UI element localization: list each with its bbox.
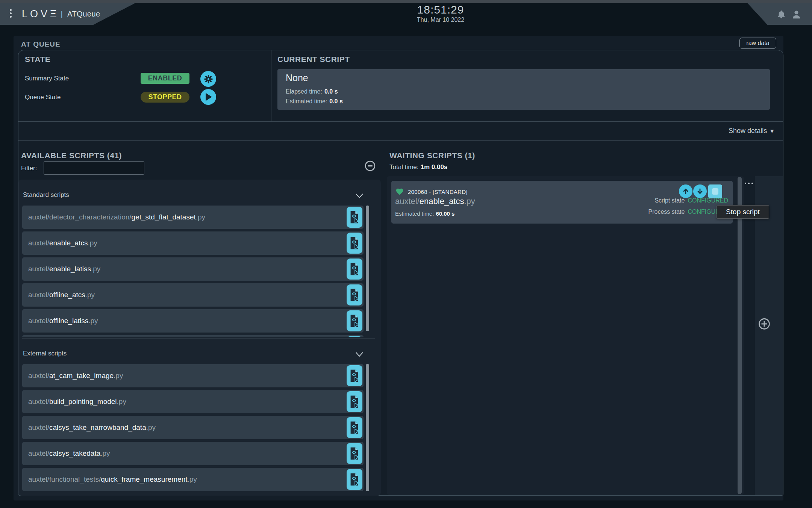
script-state-row: Script stateCONFIGURED bbox=[654, 197, 728, 204]
launch-script-button[interactable] bbox=[347, 443, 362, 464]
launch-script-button[interactable] bbox=[347, 336, 362, 337]
available-scripts-title: AVAILABLE SCRIPTS (41) bbox=[21, 151, 122, 160]
chevron-down-icon bbox=[355, 193, 364, 198]
stop-script-tooltip: Stop script bbox=[717, 205, 769, 219]
available-script-row[interactable]: auxtel/functional_tests/quick_frame_meas… bbox=[22, 468, 364, 491]
move-script-up-button[interactable] bbox=[679, 184, 692, 198]
panel-content: STATE Summary State ENABLED bbox=[18, 50, 783, 496]
script-path-label: auxtel/calsys_takedata.py bbox=[28, 449, 110, 458]
waiting-scripts-scrollbar[interactable] bbox=[738, 177, 742, 494]
waiting-script-path: auxtel/enable_atcs.py bbox=[395, 197, 475, 206]
launch-script-button[interactable] bbox=[347, 417, 362, 438]
play-icon bbox=[205, 93, 212, 101]
show-details-toggle[interactable]: Show details▼ bbox=[729, 127, 775, 135]
launch-script-icon bbox=[349, 395, 360, 409]
atqueue-panel: AT QUEUE raw data STATE Summary State EN… bbox=[14, 36, 783, 500]
waiting-total-time-value: 1m 0.00s bbox=[420, 163, 447, 171]
waiting-total-time: Total time:1m 0.00s bbox=[389, 163, 447, 171]
available-script-row[interactable]: auxtel/offline_atcs.py bbox=[22, 283, 364, 307]
move-script-down-button[interactable] bbox=[693, 184, 707, 198]
current-script-name: None bbox=[286, 73, 308, 83]
launch-script-button[interactable] bbox=[347, 469, 362, 490]
launch-script-icon bbox=[349, 420, 360, 435]
launch-script-icon bbox=[349, 210, 360, 224]
waiting-estimated-time: Estimated time:60.00 s bbox=[395, 210, 454, 217]
divider bbox=[18, 140, 783, 141]
logo-separator: | bbox=[61, 9, 63, 18]
add-script-button[interactable] bbox=[758, 318, 771, 330]
available-script-row-partial[interactable] bbox=[22, 335, 364, 337]
standard-scripts-scrollbar[interactable] bbox=[366, 206, 369, 331]
external-scripts-list: auxtel/at_cam_take_image.py auxtel/build… bbox=[22, 363, 364, 492]
available-script-row[interactable]: auxtel/enable_latiss.py bbox=[22, 257, 364, 281]
bell-icon bbox=[777, 9, 786, 20]
launch-script-button[interactable] bbox=[347, 207, 362, 228]
launch-script-button[interactable] bbox=[347, 259, 362, 280]
summary-state-badge: ENABLED bbox=[141, 73, 189, 84]
user-menu-button[interactable] bbox=[791, 9, 802, 21]
current-script-section-title: CURRENT SCRIPT bbox=[277, 55, 350, 64]
queue-run-button[interactable] bbox=[200, 89, 216, 105]
add-script-icon bbox=[758, 318, 771, 330]
kebab-menu-icon[interactable] bbox=[10, 9, 12, 18]
gear-icon bbox=[203, 74, 214, 84]
standard-scripts-list: auxtel/detector_characterization/get_std… bbox=[22, 204, 364, 337]
divider bbox=[18, 121, 783, 122]
user-icon bbox=[791, 9, 802, 20]
move-up-icon bbox=[682, 187, 689, 195]
available-script-row[interactable]: auxtel/at_cam_take_image.py bbox=[22, 364, 364, 387]
launch-script-button[interactable] bbox=[347, 310, 362, 331]
script-path-label: auxtel/build_pointing_model.py bbox=[28, 398, 126, 406]
script-index-badge: 200068 - [STANDARD] bbox=[408, 189, 468, 195]
more-options-icon[interactable] bbox=[745, 183, 753, 184]
script-state-value: CONFIGURED bbox=[688, 197, 728, 204]
raw-data-button[interactable]: raw data bbox=[739, 38, 776, 49]
available-script-row[interactable]: auxtel/detector_characterization/get_std… bbox=[22, 206, 364, 229]
filter-input[interactable] bbox=[44, 161, 144, 175]
notifications-button[interactable] bbox=[777, 9, 786, 21]
waiting-estimated-time-value: 60.00 s bbox=[436, 210, 454, 217]
launch-script-icon bbox=[349, 369, 360, 383]
external-scripts-scrollbar[interactable] bbox=[366, 364, 369, 491]
summary-state-label: Summary State bbox=[25, 75, 69, 82]
external-scripts-collapse-button[interactable] bbox=[355, 352, 364, 357]
available-script-row[interactable]: auxtel/offline_latiss.py bbox=[22, 309, 364, 333]
available-script-row[interactable]: auxtel/calsys_takedata.py bbox=[22, 442, 364, 465]
launch-script-button[interactable] bbox=[347, 284, 362, 305]
move-down-icon bbox=[696, 187, 704, 195]
launch-script-icon bbox=[349, 288, 360, 302]
waiting-scripts-container: 200068 - [STANDARD] auxtel/enable_atcs.p… bbox=[387, 176, 744, 495]
current-script-card: None Elapsed time:0.0 s Estimated time:0… bbox=[277, 69, 770, 110]
queue-state-badge: STOPPED bbox=[141, 92, 189, 103]
collapse-all-button[interactable] bbox=[364, 160, 376, 172]
summary-state-config-button[interactable] bbox=[200, 71, 216, 87]
script-path-label: auxtel/enable_latiss.py bbox=[28, 265, 100, 273]
standard-scripts-collapse-button[interactable] bbox=[355, 193, 364, 198]
clock: 18:51:29 Thu, Mar 10 2022 bbox=[417, 3, 464, 23]
chevron-down-icon: ▼ bbox=[769, 128, 775, 134]
launch-script-button[interactable] bbox=[347, 391, 362, 412]
stop-script-button[interactable] bbox=[708, 184, 722, 198]
launch-script-button[interactable] bbox=[347, 233, 362, 254]
available-script-row[interactable]: auxtel/calsys_take_narrowband_data.py bbox=[22, 416, 364, 439]
script-path-label: auxtel/enable_atcs.py bbox=[28, 239, 97, 247]
launch-script-icon bbox=[349, 472, 360, 487]
scripts-group-divider bbox=[22, 339, 375, 339]
script-path-label: auxtel/functional_tests/quick_frame_meas… bbox=[28, 475, 197, 484]
script-path-label: auxtel/calsys_take_narrowband_data.py bbox=[28, 423, 156, 432]
waiting-script-card[interactable]: 200068 - [STANDARD] auxtel/enable_atcs.p… bbox=[391, 181, 733, 224]
atqueue-screen: LOVΞ | ATQueue 18:51:29 Thu, Mar 10 2022… bbox=[0, 0, 812, 508]
available-scripts-container: Standard scripts auxtel/detector_charact… bbox=[18, 180, 381, 496]
available-script-row[interactable]: auxtel/enable_atcs.py bbox=[22, 231, 364, 255]
launch-script-button[interactable] bbox=[347, 365, 362, 386]
heartbeat-icon bbox=[395, 187, 404, 197]
available-script-row[interactable]: auxtel/build_pointing_model.py bbox=[22, 390, 364, 413]
state-current-divider bbox=[271, 50, 271, 121]
filter-label: Filter: bbox=[21, 165, 37, 172]
clock-time: 18:51:29 bbox=[417, 3, 464, 16]
elapsed-time-value: 0.0 s bbox=[324, 88, 338, 95]
launch-script-icon bbox=[349, 262, 360, 276]
estimated-time-value: 0.0 s bbox=[329, 98, 343, 104]
script-path-label: auxtel/offline_latiss.py bbox=[28, 317, 98, 325]
queue-state-label: Queue State bbox=[25, 94, 61, 101]
